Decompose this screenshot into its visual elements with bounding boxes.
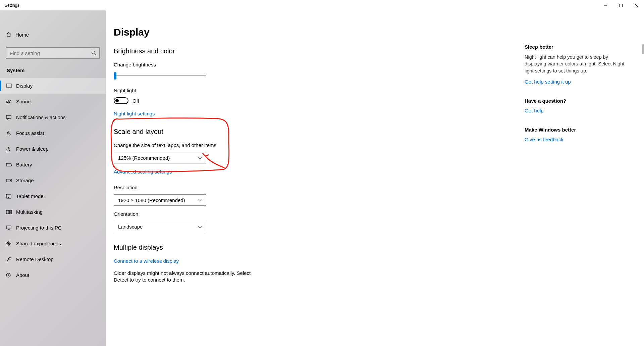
svg-point-4: [92, 51, 95, 54]
battery-icon: [6, 163, 16, 166]
slider-thumb[interactable]: [114, 72, 116, 80]
feedback-link[interactable]: Give us feedback: [525, 137, 564, 142]
sleep-help-link[interactable]: Get help setting it up: [525, 79, 571, 85]
sidebar-item-label: Focus assist: [16, 130, 44, 136]
scale-label: Change the size of text, apps, and other…: [114, 142, 392, 148]
minimize-button[interactable]: [598, 0, 613, 10]
sidebar-item-storage[interactable]: Storage: [0, 172, 106, 188]
sidebar-item-label: Projecting to this PC: [16, 225, 62, 231]
sidebar-section-title: System: [0, 67, 106, 78]
svg-point-25: [8, 274, 8, 274]
svg-rect-18: [6, 210, 9, 214]
resolution-dropdown[interactable]: 1920 × 1080 (Recommended): [114, 194, 206, 206]
resolution-value: 1920 × 1080 (Recommended): [118, 197, 185, 203]
tablet-icon: [6, 194, 16, 199]
question-heading: Have a question?: [525, 98, 629, 104]
sidebar-item-label: About: [16, 272, 29, 278]
sidebar-item-label: Power & sleep: [16, 146, 49, 152]
sleep-better-text: Night light can help you get to sleep by…: [525, 54, 629, 74]
svg-rect-19: [9, 210, 12, 212]
svg-rect-20: [9, 212, 12, 214]
sidebar-item-remote[interactable]: Remote Desktop: [0, 251, 106, 267]
window-title: Settings: [5, 3, 19, 8]
sidebar-item-label: Multitasking: [16, 209, 43, 215]
svg-rect-6: [6, 84, 12, 87]
sidebar-item-label: Battery: [16, 162, 32, 167]
sidebar-item-projecting[interactable]: Projecting to this PC: [0, 220, 106, 236]
search-input[interactable]: [10, 50, 91, 56]
svg-rect-21: [6, 226, 11, 229]
power-icon: [6, 147, 16, 151]
remote-icon: [6, 257, 16, 262]
page-title: Display: [114, 27, 392, 38]
sidebar-item-label: Display: [16, 83, 33, 89]
get-help-link[interactable]: Get help: [525, 108, 544, 113]
svg-rect-1: [620, 4, 623, 7]
storage-icon: [6, 179, 16, 182]
resolution-label: Resolution: [114, 185, 392, 190]
search-icon: [91, 50, 96, 56]
sidebar-item-tablet[interactable]: Tablet mode: [0, 188, 106, 204]
brightness-section-title: Brightness and color: [114, 47, 392, 55]
toggle-knob: [115, 99, 119, 102]
multitasking-icon: [6, 210, 16, 214]
night-light-settings-link[interactable]: Night light settings: [114, 111, 155, 116]
sidebar-item-label: Remote Desktop: [16, 256, 54, 262]
night-light-state: Off: [132, 98, 139, 104]
night-light-label: Night light: [114, 88, 392, 93]
search-box[interactable]: [6, 47, 100, 59]
scale-dropdown[interactable]: 125% (Recommended): [114, 152, 206, 163]
orientation-dropdown[interactable]: Landscape: [114, 221, 206, 232]
sidebar-item-label: Tablet mode: [16, 193, 44, 199]
orientation-label: Orientation: [114, 211, 392, 217]
chevron-down-icon: [198, 224, 202, 230]
sidebar-item-battery[interactable]: Battery: [0, 157, 106, 172]
sidebar: Home System Display Sound Notifications …: [0, 10, 106, 346]
slider-track: [114, 75, 206, 76]
sleep-better-heading: Sleep better: [525, 44, 629, 50]
sidebar-item-label: Sound: [16, 99, 31, 104]
svg-point-15: [10, 180, 11, 181]
svg-rect-12: [6, 163, 11, 166]
sidebar-item-power[interactable]: Power & sleep: [0, 141, 106, 157]
projecting-icon: [6, 226, 16, 230]
wireless-display-link[interactable]: Connect to a wireless display: [114, 258, 179, 264]
close-button[interactable]: [629, 0, 644, 10]
svg-rect-13: [11, 164, 12, 165]
sidebar-item-display[interactable]: Display: [0, 78, 106, 94]
window-controls: [598, 0, 644, 10]
sidebar-item-notifications[interactable]: Notifications & actions: [0, 109, 106, 125]
display-icon: [6, 84, 16, 88]
brightness-slider[interactable]: [114, 71, 206, 80]
home-icon: [6, 32, 15, 37]
maximize-button[interactable]: [613, 0, 629, 10]
sidebar-item-sound[interactable]: Sound: [0, 94, 106, 109]
sidebar-item-shared[interactable]: Shared experiences: [0, 236, 106, 251]
brightness-label: Change brightness: [114, 62, 392, 67]
sidebar-item-label: Shared experiences: [16, 241, 61, 246]
sidebar-item-focus-assist[interactable]: Focus assist: [0, 125, 106, 141]
scrollbar[interactable]: [642, 10, 644, 346]
older-displays-text: Older displays might not always connect …: [114, 270, 255, 284]
sound-icon: [6, 99, 16, 104]
scale-value: 125% (Recommended): [118, 155, 170, 161]
svg-point-9: [8, 133, 9, 134]
feedback-heading: Make Windows better: [525, 127, 629, 133]
home-label: Home: [15, 32, 29, 38]
orientation-value: Landscape: [118, 224, 143, 230]
night-light-toggle[interactable]: [114, 97, 128, 104]
sidebar-item-multitasking[interactable]: Multitasking: [0, 204, 106, 220]
sidebar-item-about[interactable]: About: [0, 267, 106, 283]
home-nav[interactable]: Home: [0, 28, 106, 41]
main-content: Display Brightness and color Change brig…: [106, 10, 644, 346]
advanced-scaling-link[interactable]: Advanced scaling settings: [114, 169, 172, 175]
svg-rect-8: [6, 115, 11, 118]
titlebar: Settings: [0, 0, 644, 10]
notifications-icon: [6, 115, 16, 120]
chevron-down-icon: [198, 197, 202, 203]
svg-point-17: [8, 197, 9, 198]
focus-assist-icon: [6, 131, 16, 136]
sidebar-item-label: Storage: [16, 178, 34, 183]
multiple-displays-title: Multiple displays: [114, 244, 392, 251]
svg-line-5: [95, 53, 96, 55]
